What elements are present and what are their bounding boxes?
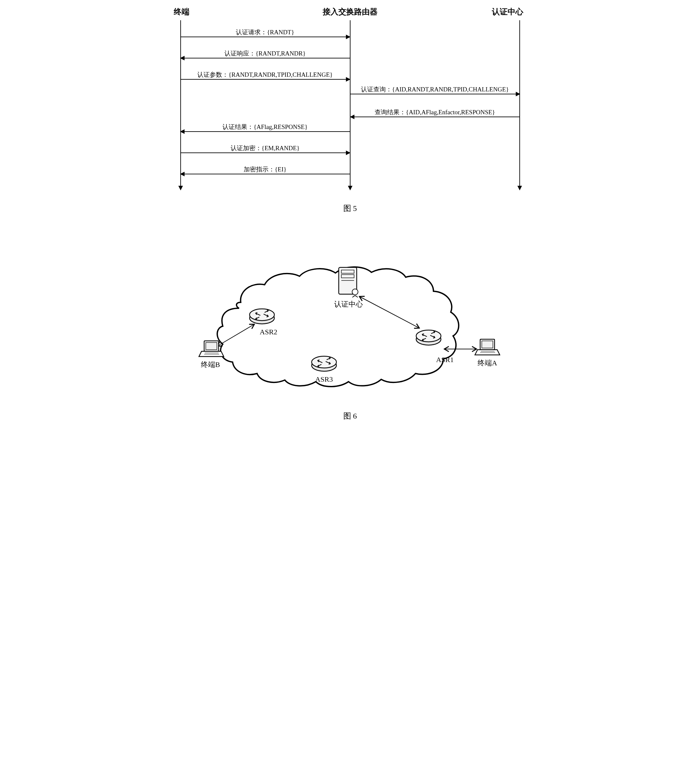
asr2-label: ASR2: [260, 328, 277, 336]
svg-rect-12: [206, 343, 217, 350]
message-arrow-3: 认证查询：{AID,RANDT,RANDR,TPID,CHALLENGE}: [350, 94, 520, 94]
svg-point-10: [416, 330, 441, 342]
asr3-icon: [312, 356, 337, 371]
svg-point-8: [312, 356, 337, 368]
actor-authcenter: 认证中心: [411, 7, 530, 17]
sequence-diagram: 终端 接入交换路由器 认证中心 认证请求：{RANDT}认证响应：{RANDT,…: [170, 7, 530, 190]
asr1-label: ASR1: [436, 356, 454, 364]
lifeline-authcenter: [519, 20, 520, 190]
topology-svg: 认证中心 ASR2 ASR3: [187, 230, 513, 400]
link-authcenter-asr1: [360, 297, 419, 328]
lifelines: 认证请求：{RANDT}认证响应：{RANDT,RANDR}认证参数：{RAND…: [170, 20, 530, 190]
figure5-caption: 图 5: [7, 203, 693, 213]
message-label-6: 认证加密：{EM,RANDE}: [228, 144, 302, 153]
message-arrow-6: 认证加密：{EM,RANDE}: [180, 153, 350, 153]
authcenter-icon: [339, 268, 358, 298]
svg-point-4: [352, 289, 358, 295]
message-label-5: 认证结果：{AFlag,RESPONSE}: [220, 123, 310, 131]
message-arrow-4: 查询结果：{AID,AFlag,Enfactor,RESPONSE}: [350, 116, 520, 117]
actors-row: 终端 接入交换路由器 认证中心: [170, 7, 530, 17]
lifeline-router: [350, 20, 350, 190]
cloud-shape: [217, 267, 458, 387]
lifeline-terminal: [180, 20, 181, 190]
terminalA-label: 终端A: [478, 359, 497, 367]
message-label-7: 加密指示：{EI}: [241, 165, 289, 174]
actor-terminal: 终端: [170, 7, 289, 17]
message-arrow-2: 认证参数：{RANDT,RANDR,TPID,CHALLENGE}: [180, 79, 350, 80]
authcenter-label: 认证中心: [334, 300, 363, 308]
message-label-0: 认证请求：{RANDT}: [233, 28, 297, 37]
actor-router: 接入交换路由器: [289, 7, 411, 17]
message-arrow-7: 加密指示：{EI}: [180, 174, 350, 175]
figure6-caption: 图 6: [7, 411, 693, 421]
asr2-icon: [250, 309, 274, 324]
link-terminalB-asr2: [218, 324, 254, 346]
message-label-2: 认证参数：{RANDT,RANDR,TPID,CHALLENGE}: [195, 70, 335, 79]
terminalB-icon: [199, 341, 224, 356]
message-arrow-5: 认证结果：{AFlag,RESPONSE}: [180, 131, 350, 132]
terminalA-icon: [475, 339, 500, 355]
asr1-icon: [416, 330, 441, 345]
message-label-1: 认证响应：{RANDT,RANDR}: [222, 49, 308, 58]
svg-rect-16: [482, 341, 493, 348]
terminalB-label: 终端B: [200, 361, 220, 369]
asr3-label: ASR3: [315, 375, 333, 383]
message-label-3: 认证查询：{AID,RANDT,RANDR,TPID,CHALLENGE}: [358, 85, 512, 94]
message-label-4: 查询结果：{AID,AFlag,Enfactor,RESPONSE}: [372, 108, 497, 116]
message-arrow-0: 认证请求：{RANDT}: [180, 37, 350, 37]
svg-point-6: [250, 309, 274, 321]
message-arrow-1: 认证响应：{RANDT,RANDR}: [180, 58, 350, 58]
topology-diagram: 认证中心 ASR2 ASR3: [187, 230, 513, 401]
